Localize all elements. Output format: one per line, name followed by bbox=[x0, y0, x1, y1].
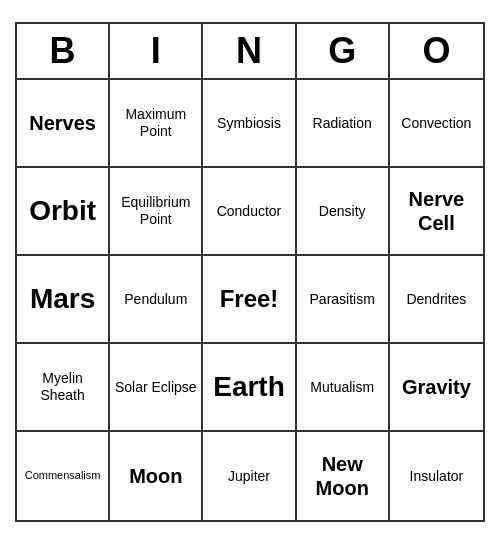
bingo-cell: Nerve Cell bbox=[390, 168, 483, 256]
header-letter: N bbox=[203, 24, 296, 78]
cell-label: Myelin Sheath bbox=[21, 370, 104, 404]
cell-label: Conductor bbox=[217, 203, 282, 220]
cell-label: Equilibrium Point bbox=[114, 194, 197, 228]
bingo-cell: Dendrites bbox=[390, 256, 483, 344]
bingo-cell: Moon bbox=[110, 432, 203, 520]
header-letter: G bbox=[297, 24, 390, 78]
bingo-cell: Free! bbox=[203, 256, 296, 344]
bingo-cell: Parasitism bbox=[297, 256, 390, 344]
bingo-cell: Jupiter bbox=[203, 432, 296, 520]
cell-label: Convection bbox=[401, 115, 471, 132]
cell-label: Commensalism bbox=[25, 469, 101, 482]
header-letter: B bbox=[17, 24, 110, 78]
cell-label: New Moon bbox=[301, 452, 384, 500]
bingo-header: BINGO bbox=[17, 24, 483, 80]
bingo-cell: Myelin Sheath bbox=[17, 344, 110, 432]
bingo-cell: Density bbox=[297, 168, 390, 256]
bingo-cell: Maximum Point bbox=[110, 80, 203, 168]
cell-label: Mars bbox=[30, 282, 95, 316]
bingo-cell: Radiation bbox=[297, 80, 390, 168]
bingo-cell: Earth bbox=[203, 344, 296, 432]
cell-label: Moon bbox=[129, 464, 182, 488]
cell-label: Gravity bbox=[402, 375, 471, 399]
cell-label: Insulator bbox=[410, 468, 464, 485]
bingo-cell: Pendulum bbox=[110, 256, 203, 344]
bingo-cell: Orbit bbox=[17, 168, 110, 256]
cell-label: Nerves bbox=[29, 111, 96, 135]
cell-label: Maximum Point bbox=[114, 106, 197, 140]
cell-label: Dendrites bbox=[406, 291, 466, 308]
cell-label: Symbiosis bbox=[217, 115, 281, 132]
cell-label: Nerve Cell bbox=[394, 187, 479, 235]
cell-label: Orbit bbox=[29, 194, 96, 228]
bingo-cell: Mutualism bbox=[297, 344, 390, 432]
bingo-cell: Insulator bbox=[390, 432, 483, 520]
bingo-cell: New Moon bbox=[297, 432, 390, 520]
cell-label: Jupiter bbox=[228, 468, 270, 485]
bingo-cell: Equilibrium Point bbox=[110, 168, 203, 256]
header-letter: I bbox=[110, 24, 203, 78]
bingo-cell: Gravity bbox=[390, 344, 483, 432]
cell-label: Solar Eclipse bbox=[115, 379, 197, 396]
cell-label: Mutualism bbox=[310, 379, 374, 396]
bingo-grid: NervesMaximum PointSymbiosisRadiationCon… bbox=[17, 80, 483, 520]
bingo-cell: Symbiosis bbox=[203, 80, 296, 168]
bingo-cell: Commensalism bbox=[17, 432, 110, 520]
bingo-cell: Conductor bbox=[203, 168, 296, 256]
bingo-card: BINGO NervesMaximum PointSymbiosisRadiat… bbox=[15, 22, 485, 522]
cell-label: Parasitism bbox=[310, 291, 375, 308]
cell-label: Radiation bbox=[313, 115, 372, 132]
cell-label: Earth bbox=[213, 370, 285, 404]
cell-label: Density bbox=[319, 203, 366, 220]
bingo-cell: Nerves bbox=[17, 80, 110, 168]
cell-label: Free! bbox=[220, 285, 279, 314]
bingo-cell: Convection bbox=[390, 80, 483, 168]
bingo-cell: Mars bbox=[17, 256, 110, 344]
cell-label: Pendulum bbox=[124, 291, 187, 308]
bingo-cell: Solar Eclipse bbox=[110, 344, 203, 432]
header-letter: O bbox=[390, 24, 483, 78]
